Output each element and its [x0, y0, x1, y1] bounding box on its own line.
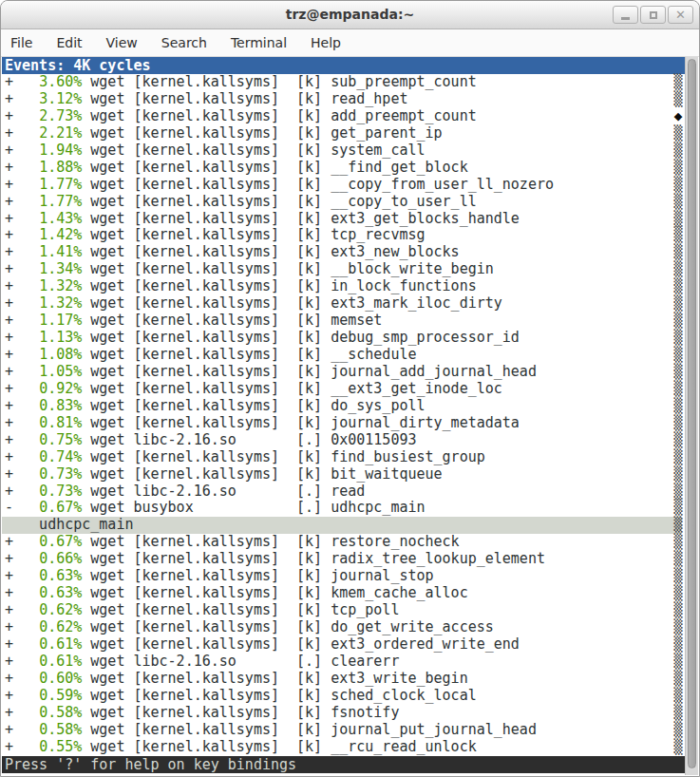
- perf-row[interactable]: + 0.58% wget [kernel.kallsyms] [k] fsnot…: [2, 705, 685, 722]
- overhead-percent: 0.61%: [39, 635, 82, 653]
- perf-row[interactable]: + 1.34% wget [kernel.kallsyms] [k] __blo…: [2, 261, 685, 278]
- events-header: Events: 4K cycles: [2, 57, 685, 74]
- perf-row[interactable]: + 1.32% wget [kernel.kallsyms] [k] ext3_…: [2, 295, 685, 313]
- row-detail: wget [kernel.kallsyms] [k] __ext3_get_in…: [82, 380, 502, 397]
- perf-row[interactable]: + 1.94% wget [kernel.kallsyms] [k] syste…: [2, 142, 685, 160]
- row-detail: wget [kernel.kallsyms] [k] sub_preempt_c…: [82, 73, 476, 90]
- row-detail: wget [kernel.kallsyms] [k] journal_dirty…: [82, 414, 520, 431]
- perf-row[interactable]: + 1.05% wget [kernel.kallsyms] [k] journ…: [2, 364, 685, 381]
- row-detail: wget [kernel.kallsyms] [k] debug_smp_pro…: [82, 329, 520, 346]
- perf-row[interactable]: + 0.59% wget [kernel.kallsyms] [k] sched…: [2, 688, 685, 705]
- perf-row[interactable]: + 0.60% wget [kernel.kallsyms] [k] ext3_…: [2, 671, 685, 688]
- menu-item-terminal[interactable]: Terminal: [231, 35, 287, 50]
- perf-row[interactable]: + 3.60% wget [kernel.kallsyms] [k] sub_p…: [2, 74, 685, 91]
- perf-row[interactable]: + 1.32% wget [kernel.kallsyms] [k] in_lo…: [2, 278, 685, 295]
- tui-scrollbar-shade-icon: ▒: [673, 211, 682, 228]
- titlebar[interactable]: trz@empanada:~ ✕: [1, 1, 699, 29]
- tui-scrollbar-shade-icon: ▒: [673, 347, 682, 364]
- row-detail: wget [kernel.kallsyms] [k] get_parent_ip: [82, 124, 442, 142]
- row-detail: wget libc-2.16.so [.] 0x00115093: [82, 431, 416, 448]
- perf-row[interactable]: - 0.67% wget busybox [.] udhcpc_main▒: [2, 500, 685, 517]
- expand-toggle: +: [5, 159, 39, 176]
- perf-row[interactable]: + 1.77% wget [kernel.kallsyms] [k] __cop…: [2, 177, 685, 194]
- tui-scrollbar-shade-icon: ▒: [673, 722, 682, 739]
- status-bar: Press '?' for help on key bindings: [2, 756, 685, 773]
- perf-row[interactable]: + 0.73% wget [kernel.kallsyms] [k] bit_w…: [2, 466, 685, 483]
- scrollbar-track[interactable]: [685, 57, 698, 775]
- maximize-button[interactable]: [640, 6, 666, 24]
- overhead-percent: 1.32%: [39, 277, 82, 294]
- expand-toggle: +: [5, 294, 39, 312]
- perf-row[interactable]: + 3.12% wget [kernel.kallsyms] [k] read_…: [2, 91, 685, 108]
- perf-row[interactable]: + 0.61% wget libc-2.16.so [.] clearerr▒: [2, 654, 685, 671]
- menu-item-help[interactable]: Help: [311, 35, 341, 50]
- overhead-percent: 0.61%: [39, 653, 82, 670]
- overhead-percent: 0.74%: [39, 448, 82, 465]
- perf-row[interactable]: + 1.42% wget [kernel.kallsyms] [k] tcp_r…: [2, 227, 685, 244]
- tui-scrollbar-shade-icon: ▒: [673, 91, 682, 108]
- perf-row[interactable]: + 0.67% wget [kernel.kallsyms] [k] resto…: [2, 534, 685, 551]
- row-detail: wget [kernel.kallsyms] [k] tcp_recvmsg: [82, 226, 425, 243]
- perf-row[interactable]: + 0.92% wget [kernel.kallsyms] [k] __ext…: [2, 381, 685, 398]
- window-title: trz@empanada:~: [1, 7, 699, 22]
- overhead-percent: 3.60%: [39, 73, 82, 90]
- tui-scrollbar-shade-icon: ▒: [673, 483, 682, 501]
- row-detail: wget [kernel.kallsyms] [k] journal_add_j…: [82, 363, 537, 380]
- perf-row[interactable]: + 0.81% wget [kernel.kallsyms] [k] journ…: [2, 415, 685, 432]
- perf-row[interactable]: + 1.08% wget [kernel.kallsyms] [k] __sch…: [2, 347, 685, 364]
- tui-scrollbar-shade-icon: ▒: [673, 466, 682, 483]
- expand-toggle: +: [5, 483, 39, 500]
- perf-row[interactable]: + 1.77% wget [kernel.kallsyms] [k] __cop…: [2, 194, 685, 211]
- perf-row[interactable]: + 0.73% wget libc-2.16.so [.] read▒: [2, 483, 685, 501]
- overhead-percent: 1.17%: [39, 312, 82, 329]
- minimize-button[interactable]: [613, 6, 638, 24]
- perf-row[interactable]: + 0.62% wget [kernel.kallsyms] [k] tcp_p…: [2, 602, 685, 619]
- perf-row[interactable]: + 1.17% wget [kernel.kallsyms] [k] memse…: [2, 313, 685, 330]
- perf-row[interactable]: + 0.63% wget [kernel.kallsyms] [k] journ…: [2, 568, 685, 585]
- perf-row[interactable]: + 0.66% wget [kernel.kallsyms] [k] radix…: [2, 551, 685, 568]
- perf-row[interactable]: + 2.73% wget [kernel.kallsyms] [k] add_p…: [2, 108, 685, 125]
- tui-scrollbar-shade-icon: ▒: [673, 244, 682, 261]
- scrollbar-thumb[interactable]: [688, 59, 696, 768]
- tui-scrollbar-shade-icon: ▒: [673, 125, 682, 142]
- perf-row[interactable]: + 0.75% wget libc-2.16.so [.] 0x00115093…: [2, 432, 685, 449]
- tui-scrollbar-shade-icon: ▒: [673, 688, 682, 705]
- tui-scrollbar-shade-icon: ▒: [673, 278, 682, 295]
- row-detail: wget libc-2.16.so [.] clearerr: [82, 653, 399, 670]
- perf-row[interactable]: + 0.55% wget [kernel.kallsyms] [k] __rcu…: [2, 739, 685, 756]
- perf-row[interactable]: + 1.43% wget [kernel.kallsyms] [k] ext3_…: [2, 211, 685, 228]
- tui-scrollbar-shade-icon: ▒: [673, 654, 682, 671]
- expand-toggle: +: [5, 448, 39, 465]
- perf-row[interactable]: + 0.83% wget [kernel.kallsyms] [k] do_sy…: [2, 398, 685, 415]
- tui-scrollbar-shade-icon: ▒: [673, 449, 682, 466]
- perf-row[interactable]: + 2.21% wget [kernel.kallsyms] [k] get_p…: [2, 125, 685, 142]
- menu-item-search[interactable]: Search: [161, 35, 207, 50]
- menu-item-file[interactable]: File: [10, 35, 32, 50]
- row-detail: wget [kernel.kallsyms] [k] kmem_cache_al…: [82, 584, 467, 601]
- tui-scrollbar-shade-icon: ▒: [673, 619, 682, 636]
- perf-row[interactable]: + 0.74% wget [kernel.kallsyms] [k] find_…: [2, 449, 685, 466]
- overhead-percent: 1.88%: [39, 159, 82, 176]
- perf-row[interactable]: + 0.61% wget [kernel.kallsyms] [k] ext3_…: [2, 636, 685, 654]
- perf-row[interactable]: + 0.58% wget [kernel.kallsyms] [k] journ…: [2, 722, 685, 739]
- menu-item-view[interactable]: View: [106, 35, 138, 50]
- expand-toggle: +: [5, 533, 39, 550]
- row-detail: wget [kernel.kallsyms] [k] radix_tree_lo…: [82, 550, 545, 567]
- overhead-percent: 0.73%: [39, 483, 82, 500]
- perf-row[interactable]: + 1.41% wget [kernel.kallsyms] [k] ext3_…: [2, 244, 685, 261]
- callchain-row-selected[interactable]: udhcpc_main▒: [2, 517, 685, 534]
- perf-row[interactable]: + 0.62% wget [kernel.kallsyms] [k] do_ge…: [2, 619, 685, 636]
- expand-toggle: +: [5, 90, 39, 107]
- expand-toggle: +: [5, 346, 39, 363]
- tui-scrollbar-shade-icon: ▒: [673, 415, 682, 432]
- overhead-percent: 0.58%: [39, 721, 82, 738]
- perf-row[interactable]: + 0.63% wget [kernel.kallsyms] [k] kmem_…: [2, 585, 685, 602]
- close-button[interactable]: ✕: [668, 6, 693, 24]
- perf-row[interactable]: + 1.13% wget [kernel.kallsyms] [k] debug…: [2, 330, 685, 347]
- terminal-content[interactable]: Events: 4K cycles + 3.60% wget [kernel.k…: [2, 57, 685, 776]
- perf-row[interactable]: + 1.88% wget [kernel.kallsyms] [k] __fin…: [2, 160, 685, 177]
- row-detail: wget [kernel.kallsyms] [k] in_lock_funct…: [82, 277, 476, 294]
- row-detail: wget [kernel.kallsyms] [k] ext3_new_bloc…: [82, 243, 459, 260]
- expand-toggle: +: [5, 414, 39, 431]
- menu-item-edit[interactable]: Edit: [56, 35, 82, 50]
